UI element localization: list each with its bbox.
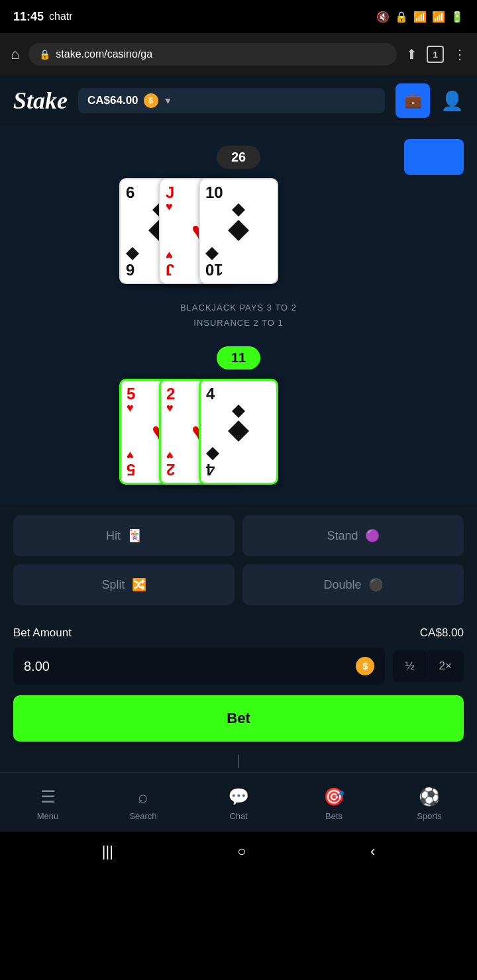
status-icons: 🔇 🔒 📶 📶 🔋 [376, 11, 464, 23]
bet-section: Bet Amount CA$8.00 $ ½ 2× [0, 626, 477, 695]
scroll-indicator [0, 752, 477, 772]
chevron-down-icon: ▼ [164, 95, 173, 106]
hit-button[interactable]: Hit 🃏 [13, 515, 235, 556]
bet-input-row: $ ½ 2× [13, 648, 464, 685]
bet-button[interactable]: Bet [13, 695, 464, 742]
tab-count[interactable]: 1 [427, 46, 444, 63]
nav-label-menu: Menu [37, 811, 59, 821]
android-back-btn[interactable]: ‹ [370, 843, 375, 860]
home-icon[interactable]: ⌂ [11, 46, 19, 63]
double-button[interactable]: Double ⚫ [242, 564, 464, 605]
double-bet-button[interactable]: 2× [427, 650, 464, 682]
coin-icon: $ [144, 93, 158, 108]
bet-input[interactable] [24, 659, 348, 674]
status-bar: 11:45 chatr 🔇 🔒 📶 📶 🔋 [0, 0, 477, 33]
bet-multipliers: ½ 2× [393, 650, 464, 682]
bet-input-container: $ [13, 648, 385, 685]
nav-item-search[interactable]: ⌕ Search [95, 787, 191, 821]
android-home-btn[interactable]: ○ [237, 843, 246, 860]
split-button[interactable]: Split 🔀 [13, 564, 235, 605]
browser-url: stake.com/casino/ga [56, 48, 152, 60]
extra-card [404, 139, 464, 175]
controls-area: Hit 🃏 Stand 🟣 Split 🔀 Double ⚫ [0, 505, 477, 626]
bet-header: Bet Amount CA$8.00 [13, 626, 464, 640]
game-area: 26 6 6 [0, 126, 477, 505]
bet-coin-icon: $ [356, 657, 374, 675]
banner-line-2: INSURANCE 2 TO 1 [180, 318, 297, 328]
double-icon: ⚫ [368, 577, 383, 592]
nav-item-menu[interactable]: ☰ Menu [0, 787, 95, 821]
profile-button[interactable]: 👤 [441, 90, 464, 112]
menu-icon[interactable]: ⋮ [453, 46, 466, 62]
bet-label: Bet Amount [13, 626, 72, 640]
game-banner: BLACKJACK PAYS 3 TO 2 INSURANCE 2 TO 1 [180, 297, 297, 333]
android-nav: ||| ○ ‹ [0, 832, 477, 871]
wallet-icon: 💼 [404, 92, 422, 109]
app-header: Stake CA$64.00 $ ▼ 💼 👤 [0, 75, 477, 126]
scroll-line [238, 755, 239, 768]
signal-icon: 📶 [432, 11, 445, 23]
controls-grid: Hit 🃏 Stand 🟣 Split 🔀 Double ⚫ [13, 515, 464, 605]
dealer-card-3-suit [232, 203, 245, 217]
bet-current-value: CA$8.00 [420, 626, 464, 640]
hit-icon: 🃏 [127, 528, 142, 543]
sports-nav-icon: ⚽ [419, 787, 440, 807]
nav-label-search: Search [129, 811, 156, 821]
player-card-3-center-suit [228, 420, 249, 442]
nav-label-sports: Sports [417, 811, 442, 821]
chat-nav-icon: 💬 [228, 787, 249, 807]
stand-icon: 🟣 [365, 528, 380, 543]
split-icon: 🔀 [132, 577, 146, 592]
dealer-card-3-center-suit [228, 220, 249, 241]
player-card-3-suit [232, 405, 245, 418]
stand-button[interactable]: Stand 🟣 [242, 515, 464, 556]
dealer-score-badge: 26 [217, 146, 260, 169]
browser-bar: ⌂ 🔒 stake.com/casino/ga ⬆ 1 ⋮ [0, 33, 477, 75]
player-card-3-value: 4 [206, 386, 271, 402]
player-section: 11 5 ♥ ♥ 5 ♥ 2 ♥ [13, 346, 464, 485]
player-card-3: 4 4 [199, 379, 278, 485]
menu-nav-icon: ☰ [40, 787, 56, 807]
dealer-cards: 6 6 J ♥ [119, 178, 358, 284]
status-time: 11:45 [13, 10, 44, 24]
player-cards: 5 ♥ ♥ 5 ♥ 2 ♥ ♥ [119, 379, 358, 485]
dealer-section: 26 6 6 [13, 146, 464, 291]
status-carrier: chatr [49, 11, 73, 23]
secure-icon: 🔒 [39, 49, 50, 60]
player-score-badge: 11 [217, 346, 260, 369]
stake-logo: Stake [13, 87, 68, 115]
half-bet-button[interactable]: ½ [393, 650, 427, 682]
nav-item-chat[interactable]: 💬 Chat [191, 787, 286, 821]
share-icon[interactable]: ⬆ [406, 46, 417, 62]
browser-actions: ⬆ 1 ⋮ [406, 46, 466, 63]
address-bar[interactable]: 🔒 stake.com/casino/ga [28, 43, 397, 66]
nav-item-bets[interactable]: 🎯 Bets [286, 787, 382, 821]
banner-line-1: BLACKJACK PAYS 3 TO 2 [180, 303, 297, 313]
bets-nav-icon: 🎯 [323, 787, 344, 807]
bet-button-section: Bet [0, 695, 477, 752]
balance-button[interactable]: CA$64.00 $ ▼ [78, 88, 385, 113]
nav-label-chat: Chat [229, 811, 247, 821]
nav-label-bets: Bets [325, 811, 343, 821]
search-nav-icon: ⌕ [138, 787, 148, 807]
android-recent-btn[interactable]: ||| [102, 843, 113, 860]
wifi-icon: 📶 [413, 11, 427, 23]
mute-icon: 🔇 [376, 11, 390, 23]
wallet-button[interactable]: 💼 [396, 83, 430, 118]
lock-icon: 🔒 [395, 11, 408, 23]
bottom-nav: ☰ Menu ⌕ Search 💬 Chat 🎯 Bets ⚽ Sports [0, 772, 477, 832]
dealer-card-3: 10 10 [199, 178, 278, 284]
balance-amount: CA$64.00 [87, 94, 138, 107]
nav-item-sports[interactable]: ⚽ Sports [382, 787, 477, 821]
battery-icon: 🔋 [450, 11, 464, 23]
dealer-card-3-value: 10 [205, 185, 272, 201]
profile-icon: 👤 [441, 91, 464, 111]
